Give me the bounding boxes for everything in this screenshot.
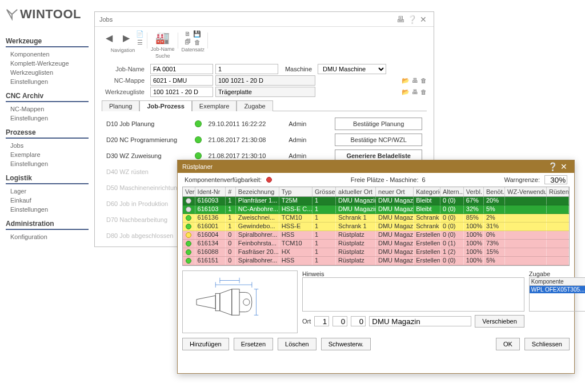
close-icon[interactable]: ✕	[418, 14, 429, 25]
help-icon[interactable]: ❔	[406, 14, 418, 25]
nav-item[interactable]: Komponenten	[6, 50, 89, 59]
table-row[interactable]: 6161510Spiralbohrer...HSS1RüstplatzDMU M…	[183, 257, 569, 265]
column-header[interactable]: Benöt.	[484, 187, 505, 196]
column-header[interactable]: #	[226, 187, 236, 196]
status-dot	[195, 152, 202, 159]
field-print-icon[interactable]: 🖶	[412, 77, 418, 84]
copy-icon[interactable]: 📄	[136, 30, 144, 38]
nav-section-cnc-archiv[interactable]: CNC Archiv	[6, 92, 89, 102]
table-row[interactable]: 6161361Zweischnei...TCM101Schrank 1DMU M…	[183, 214, 569, 223]
nav-section-administration[interactable]: Administration	[6, 220, 89, 230]
ort-text[interactable]	[369, 316, 471, 326]
werk-doc-field[interactable]	[215, 87, 315, 97]
print-icon[interactable]: 🖶	[395, 14, 406, 25]
nav-item[interactable]: Einstellungen	[6, 77, 89, 86]
table-row[interactable]: 6160931Planfräser 1...T25M1DMU MagazinDM…	[183, 197, 569, 205]
field-print-icon[interactable]: 🖶	[412, 88, 418, 95]
nav-fwd-icon[interactable]: ▶	[119, 30, 134, 45]
nc-mappe-field[interactable]	[150, 75, 213, 86]
nav-section-logistik[interactable]: Logistik	[6, 174, 89, 184]
svg-rect-0	[215, 293, 220, 310]
sister-button[interactable]: Schwesterw.	[321, 338, 371, 350]
column-header[interactable]: neuer Ort	[376, 187, 414, 196]
warn-limit-input[interactable]	[544, 175, 567, 184]
job-num-field[interactable]	[215, 64, 278, 74]
status-dot	[186, 249, 191, 255]
werkzeugliste-field[interactable]	[150, 87, 213, 97]
job-name-field[interactable]	[150, 64, 213, 74]
tab-job-prozess[interactable]: Job-Prozess	[139, 100, 191, 111]
maschine-select[interactable]: DMU Maschine	[318, 64, 386, 74]
status-dot	[186, 207, 191, 212]
close-button[interactable]: Schliessen	[524, 338, 570, 350]
column-header[interactable]: WZ-Verwendu...	[505, 187, 547, 196]
nav-item[interactable]: Einkauf	[6, 196, 89, 205]
table-row[interactable]: 6161031NC-Anbohre...HSS-E C...1DMU Magaz…	[183, 205, 569, 214]
new-icon[interactable]: 🗎	[185, 30, 191, 37]
table-row[interactable]: 6161340Feinbohrsta...TCM101RüstplatzDMU …	[183, 240, 569, 248]
close-icon[interactable]: ✕	[558, 161, 570, 172]
save-icon[interactable]: 💾	[193, 30, 201, 38]
nav-section-prozesse[interactable]: Prozesse	[6, 128, 89, 139]
table-row[interactable]: 6160880Fasfräser 20...HX1RüstplatzDMU Ma…	[183, 248, 569, 257]
delete-icon[interactable]: 🗑	[193, 39, 201, 46]
verschieben-button[interactable]: Verschieben	[475, 315, 524, 328]
nav-item[interactable]: NC-Mappen	[6, 104, 89, 114]
column-header[interactable]: Verbl.	[464, 187, 484, 196]
nav-item[interactable]: Lager	[6, 187, 89, 196]
nav-item[interactable]: Werkzeuglisten	[6, 68, 89, 77]
tab-planung[interactable]: Planung	[102, 100, 139, 111]
column-header[interactable]: Verf.	[183, 187, 195, 196]
status-dot	[186, 258, 191, 264]
field-open-icon[interactable]: 📂	[402, 77, 410, 84]
nav-item[interactable]: Jobs	[6, 141, 89, 150]
nc-doc-field[interactable]	[215, 75, 315, 86]
nav-item[interactable]: Komplett-Werkzeuge	[6, 59, 89, 68]
toolbar: ◀ ▶ 📄 ☰ Navigation 🏭 Job-Name Suche 🗎 🗐	[95, 27, 434, 60]
zugabe-label: Zugabe	[529, 270, 585, 277]
svg-point-2	[243, 298, 250, 305]
column-header[interactable]: aktueller Ort	[336, 187, 376, 196]
tab-zugabe[interactable]: Zugabe	[237, 100, 273, 111]
nav-item[interactable]: Einstellungen	[6, 114, 89, 123]
column-header[interactable]: Altern...	[440, 187, 464, 196]
field-delete-icon[interactable]: 🗑	[420, 88, 427, 95]
tab-exemplare[interactable]: Exemplare	[192, 100, 237, 111]
ort-n3[interactable]	[351, 316, 366, 326]
column-header[interactable]: Ident-Nr	[195, 187, 226, 196]
list-icon[interactable]: ☰	[136, 39, 144, 46]
column-header[interactable]: Grösse	[312, 187, 336, 196]
column-header[interactable]: Typ	[279, 187, 312, 196]
table-row[interactable]: 6160040Spiralbohrer...HSS1RüstplatzDMU M…	[183, 231, 569, 240]
delete-button[interactable]: Löschen	[278, 338, 316, 350]
replace-button[interactable]: Ersetzen	[234, 338, 273, 350]
nav-item[interactable]: Einstellungen	[6, 159, 89, 168]
dup-icon[interactable]: 🗐	[185, 38, 191, 45]
ok-button[interactable]: OK	[496, 338, 520, 350]
ort-n1[interactable]	[314, 316, 329, 326]
nav-item[interactable]: Einstellungen	[6, 205, 89, 214]
zugabe-row[interactable]: WPL OFEX05T305... 0	[530, 286, 585, 293]
hinweis-textarea[interactable]	[302, 277, 524, 312]
process-button[interactable]: Bestätige Planung	[335, 118, 422, 130]
add-button[interactable]: Hinzufügen	[182, 338, 229, 350]
column-header[interactable]: Rüsten	[547, 187, 569, 196]
nav-back-icon[interactable]: ◀	[102, 30, 117, 45]
table-row[interactable]: 6160011Gewindebo...HSS-E1Schrank 1DMU Ma…	[183, 223, 569, 231]
status-dot	[186, 232, 191, 238]
nav-item[interactable]: Konfiguration	[6, 232, 89, 241]
status-dot	[186, 224, 191, 229]
status-dot	[195, 120, 202, 127]
sidebar: Werkzeuge Komponenten Komplett-Werkzeuge…	[6, 31, 89, 241]
nav-item[interactable]: Exemplare	[6, 150, 89, 159]
field-delete-icon[interactable]: 🗑	[420, 77, 427, 84]
column-header[interactable]: Bezeichnung	[236, 187, 279, 196]
column-header[interactable]: Kategorie	[414, 187, 440, 196]
factory-icon[interactable]: 🏭	[155, 30, 170, 45]
process-button[interactable]: Bestätige NCP/WZL	[335, 134, 422, 146]
window-title: Jobs	[99, 12, 395, 27]
ort-n2[interactable]	[332, 316, 347, 326]
nav-section-werkzeuge[interactable]: Werkzeuge	[6, 37, 89, 47]
help-icon[interactable]: ❔	[547, 161, 558, 172]
field-open-icon[interactable]: 📂	[402, 88, 410, 96]
